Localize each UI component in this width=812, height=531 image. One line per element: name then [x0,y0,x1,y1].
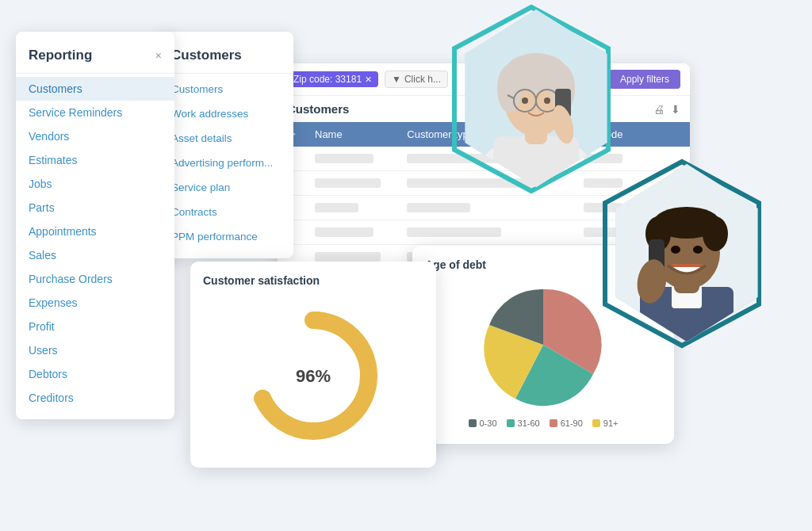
sidebar-item-sales[interactable]: Sales [16,243,174,267]
customers-panel-item-customers[interactable]: Customers [159,77,293,101]
zip-badge: Zip code: 33181 ✕ [287,71,378,87]
customers-panel-item-ppm[interactable]: PPM performance [159,224,293,249]
svg-point-18 [544,97,550,104]
debt-legend: 0-30 31-60 61-90 91+ [425,418,661,428]
legend-label-31-60: 31-60 [518,418,540,428]
legend-item-91plus: 91+ [592,418,619,428]
customers-panel-item-advertising[interactable]: Advertising perform... [159,151,293,175]
customers-panel-item-asset-details[interactable]: Asset details [159,126,293,151]
legend-dot-red [550,419,557,427]
sidebar-item-customers[interactable]: Customers [16,77,174,101]
sidebar-item-debtors[interactable]: Debtors [16,362,174,386]
zip-badge-close[interactable]: ✕ [365,74,372,85]
print-icon[interactable]: 🖨 [653,103,665,116]
close-icon[interactable]: × [155,49,162,62]
filter-icon: ▼ [392,74,401,85]
download-icon[interactable]: ⬇ [671,103,680,116]
zip-badge-label: Zip code: 33181 [293,74,362,85]
sidebar-header: Reporting × [16,41,174,74]
satisfaction-card: Customer satisfaction 96% [190,262,436,468]
sidebar-item-estimates[interactable]: Estimates [16,148,174,172]
table-title: Customers [287,102,349,116]
sidebar-item-creditors[interactable]: Creditors [16,386,174,410]
scene: Reporting × Customers Service Reminders … [0,0,812,531]
legend-label-91plus: 91+ [603,418,619,428]
sidebar-item-parts[interactable]: Parts [16,196,174,220]
svg-point-29 [703,216,728,251]
apply-filters-button[interactable]: Apply filters [609,70,680,89]
sidebar-title: Reporting [29,48,92,63]
svg-text:96%: 96% [296,366,331,386]
sidebar-item-expenses[interactable]: Expenses [16,291,174,315]
sidebar-item-profit[interactable]: Profit [16,315,174,338]
sidebar-item-users[interactable]: Users [16,338,174,362]
legend-item-0-30: 0-30 [469,418,497,428]
filter-label: Click h... [404,74,441,85]
customers-panel-title: Customers [159,41,293,74]
sidebar-item-jobs[interactable]: Jobs [16,172,174,196]
legend-item-31-60: 31-60 [507,418,540,428]
sidebar-item-service-reminders[interactable]: Service Reminders [16,101,174,124]
donut-chart: 96% [234,296,393,443]
sidebar-item-appointments[interactable]: Appointments [16,220,174,243]
legend-label-61-90: 61-90 [561,418,583,428]
table-action-icons: 🖨 ⬇ [653,103,680,116]
legend-dot-gold [592,419,600,427]
customers-panel-item-work-addresses[interactable]: Work addresses [159,101,293,126]
customers-panel-item-service-plan[interactable]: Service plan [159,175,293,200]
sidebar-item-vendors[interactable]: Vendors [16,124,174,148]
legend-label-0-30: 0-30 [480,418,497,428]
svg-point-17 [522,97,528,104]
svg-point-30 [671,246,680,254]
filter-button[interactable]: ▼ Click h... [385,71,448,88]
svg-point-10 [497,65,521,113]
sidebar-item-purchase-orders[interactable]: Purchase Orders [16,267,174,291]
svg-point-31 [693,246,703,254]
legend-item-61-90: 61-90 [550,418,583,428]
legend-dot-teal [507,419,515,427]
customers-panel: Customers Customers Work addresses Asset… [159,32,293,258]
reporting-sidebar: Reporting × Customers Service Reminders … [16,32,174,419]
customers-panel-item-contracts[interactable]: Contracts [159,200,293,224]
col-name[interactable]: Name [305,122,397,147]
satisfaction-title: Customer satisfaction [203,274,423,287]
legend-dot-dark [469,419,477,427]
donut-container: 96% [203,296,423,443]
